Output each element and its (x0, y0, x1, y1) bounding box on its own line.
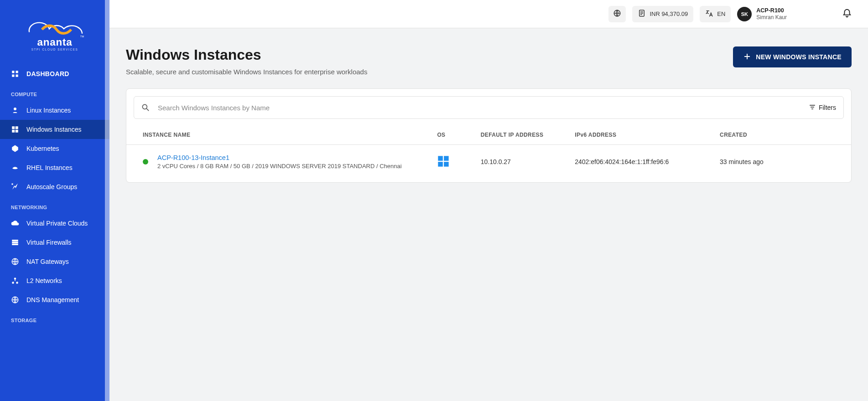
page-subtitle: Scalable, secure and customisable Window… (126, 68, 367, 76)
instance-created: 33 minutes ago (713, 145, 851, 179)
sidebar-item-label: Windows Instances (26, 126, 82, 133)
sidebar-item-label: RHEL Instances (26, 164, 73, 171)
windows-icon (11, 125, 19, 134)
filter-icon (809, 103, 816, 112)
table-row[interactable]: ACP-R100-13-Instance1 2 vCPU Cores / 8 G… (126, 145, 851, 179)
status-dot-running (143, 159, 148, 165)
sidebar-item-label: Autoscale Groups (26, 183, 77, 190)
new-instance-button[interactable]: NEW WINDOWS INSTANCE (733, 46, 852, 67)
sidebar-section-compute: COMPUTE (0, 83, 109, 101)
network-icon (11, 277, 19, 285)
svg-point-24 (142, 104, 147, 109)
kubernetes-icon (11, 144, 19, 153)
sidebar-item-dashboard[interactable]: DASHBOARD (0, 64, 109, 83)
sidebar-scrollbar[interactable] (105, 0, 109, 401)
public-icon (613, 9, 621, 19)
user-menu[interactable]: SK ACP-R100 Simran Kaur (737, 7, 787, 21)
sidebar-item-vpc[interactable]: Virtual Private Clouds (0, 214, 109, 233)
col-name: INSTANCE NAME (126, 125, 431, 145)
plus-icon (743, 52, 751, 62)
sidebar-item-label: Virtual Private Clouds (26, 220, 88, 227)
svg-rect-25 (438, 156, 443, 161)
col-os: OS (431, 125, 474, 145)
balance-chip[interactable]: INR 94,370.09 (632, 6, 693, 22)
search-icon (134, 103, 157, 112)
globe-icon (11, 296, 19, 304)
svg-rect-26 (444, 156, 449, 161)
col-created: CREATED (713, 125, 851, 145)
sidebar-item-label: DNS Management (26, 296, 79, 303)
instances-card: Filters INSTANCE NAME OS DEFAULT IP ADDR… (126, 88, 852, 183)
svg-rect-3 (12, 71, 14, 73)
language-label: EN (717, 10, 725, 17)
language-button[interactable]: EN (700, 6, 731, 22)
scale-icon (11, 183, 19, 191)
windows-os-icon (437, 162, 450, 169)
svg-rect-14 (12, 240, 18, 242)
svg-text:ananta: ananta (37, 36, 73, 48)
filters-label: Filters (819, 104, 836, 111)
user-texts: ACP-R100 Simran Kaur (756, 7, 787, 21)
svg-rect-16 (12, 244, 18, 245)
instance-link[interactable]: ACP-R100-13-Instance1 (157, 154, 402, 161)
svg-point-7 (14, 108, 16, 110)
instance-meta: 2 vCPU Cores / 8 GB RAM / 50 GB / 2019 W… (157, 163, 402, 170)
sidebar-item-nat[interactable]: NAT Gateways (0, 252, 109, 271)
svg-rect-9 (16, 126, 18, 129)
filters-button[interactable]: Filters (801, 97, 843, 118)
instance-ipv6: 2402:ef06:4024:164e:1:1ff:fe96:6 (568, 145, 713, 179)
page-content: Windows Instances Scalable, secure and c… (109, 28, 868, 401)
svg-rect-6 (16, 75, 18, 77)
svg-rect-13 (12, 184, 13, 185)
sidebar-item-autoscale[interactable]: Autoscale Groups (0, 177, 109, 196)
svg-rect-4 (16, 71, 18, 73)
brand-logo[interactable]: ananta STPI CLOUD SERVICES TM (0, 0, 109, 64)
sidebar-item-kubernetes[interactable]: Kubernetes (0, 139, 109, 158)
hat-icon (11, 164, 19, 172)
firewall-icon (11, 238, 19, 247)
sidebar: ananta STPI CLOUD SERVICES TM DASHBOARD … (0, 0, 109, 401)
nat-icon (11, 257, 19, 266)
globe-button[interactable] (608, 6, 626, 22)
svg-rect-5 (12, 75, 14, 77)
notifications-button[interactable] (839, 6, 855, 22)
svg-rect-10 (12, 130, 15, 133)
balance-label: INR 94,370.09 (650, 10, 688, 17)
sidebar-item-vfw[interactable]: Virtual Firewalls (0, 233, 109, 252)
instances-table: INSTANCE NAME OS DEFAULT IP ADDRESS IPv6… (126, 125, 851, 179)
instance-ip: 10.10.0.27 (474, 145, 569, 179)
svg-rect-15 (12, 242, 18, 244)
col-ipv6: IPv6 ADDRESS (568, 125, 713, 145)
svg-point-20 (14, 278, 16, 280)
receipt-icon (638, 9, 646, 19)
linux-icon (11, 106, 19, 114)
sidebar-item-label: Linux Instances (26, 107, 71, 114)
search-bar: Filters (134, 96, 844, 119)
sidebar-item-label: Virtual Firewalls (26, 239, 72, 246)
user-name: Simran Kaur (756, 14, 787, 21)
sidebar-item-rhel[interactable]: RHEL Instances (0, 158, 109, 177)
account-id: ACP-R100 (756, 7, 787, 14)
cloud-icon (11, 219, 19, 227)
svg-rect-27 (438, 162, 443, 167)
svg-rect-28 (444, 162, 449, 167)
sidebar-item-label: DASHBOARD (26, 70, 69, 77)
new-instance-label: NEW WINDOWS INSTANCE (756, 53, 842, 61)
bell-icon (842, 8, 852, 20)
sidebar-section-storage: STORAGE (0, 309, 109, 327)
sidebar-item-windows[interactable]: Windows Instances (0, 120, 109, 139)
sidebar-item-dns[interactable]: DNS Management (0, 290, 109, 309)
svg-text:STPI CLOUD SERVICES: STPI CLOUD SERVICES (31, 48, 78, 51)
sidebar-item-label: NAT Gateways (26, 258, 69, 265)
sidebar-section-networking: NETWORKING (0, 196, 109, 214)
translate-icon (705, 9, 713, 19)
sidebar-item-label: L2 Networks (26, 277, 62, 284)
topbar: INR 94,370.09 EN SK ACP-R100 Simran Kaur (109, 0, 868, 28)
sidebar-item-linux[interactable]: Linux Instances (0, 101, 109, 120)
main-area: INR 94,370.09 EN SK ACP-R100 Simran Kaur (109, 0, 868, 401)
sidebar-item-l2[interactable]: L2 Networks (0, 271, 109, 290)
search-input[interactable] (157, 103, 801, 112)
svg-text:TM: TM (80, 35, 84, 38)
page-header: Windows Instances Scalable, secure and c… (126, 46, 852, 76)
svg-marker-12 (12, 145, 18, 152)
